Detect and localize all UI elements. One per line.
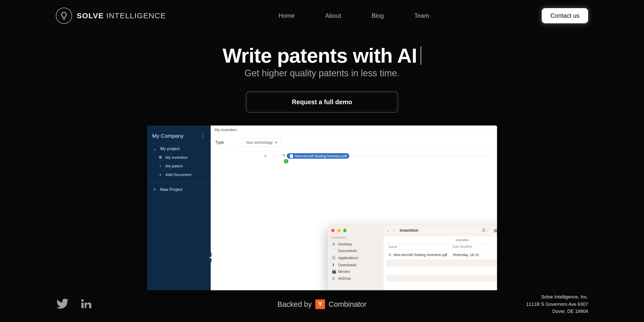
breadcrumb: My invention [211,126,497,134]
add-indicator-icon: + [284,159,288,164]
type-select[interactable]: Your technology [242,138,280,147]
type-row: Type Your technology [211,134,497,151]
finder-toolbar: ‹ › invention ☰⌄ ▦⌄ ⇪ ◯ » 🔍 [384,225,497,236]
nav-blog[interactable]: Blog [372,12,384,19]
finder-sidebar: Favourites 🖥Desktop 📄Documents ⒶApplicat… [328,225,384,290]
backed-label: Backed by [277,300,312,309]
sort-asc-icon: ˄ [399,245,400,249]
empty-row [386,267,497,274]
hero-title: Write patents with AI [0,44,644,67]
combinator-label: Combinator [328,300,367,309]
file-date: Yesterday, 18:10 [453,253,497,257]
fav-label: Applications [338,256,358,260]
hero-subtitle: Get higher quality patents in less time. [0,68,644,79]
type-label: Type [215,140,224,145]
company-name: My Company [152,133,184,139]
list-view-icon[interactable]: ☰⌄ [482,228,488,233]
empty-row [386,275,497,282]
airdrop-icon: ◎ [332,276,336,280]
fav-label: Downloads [338,263,357,267]
favourites-label: Favourites [328,235,384,241]
sidebar-item-add-document[interactable]: + Add Document [147,170,211,179]
bulb-icon [56,8,72,24]
nav-home[interactable]: Home [278,12,295,19]
col-date[interactable]: Date Modified [453,245,497,249]
window-traffic-lights[interactable] [328,227,384,235]
brand-text: SOLVE INTELLIGENCE [77,11,166,20]
finder-path: invention + [384,236,497,244]
fav-movies[interactable]: 🎬Movies [328,268,384,275]
site-footer: Backed by Y Combinator Solve Intelligenc… [0,289,644,322]
fav-desktop[interactable]: 🖥Desktop [328,241,384,247]
sidebar-item-patent[interactable]: ♀ My patent [147,162,211,170]
fav-label: Documents [338,249,357,253]
sidebar-item-label: Add Document [166,172,192,177]
contact-button[interactable]: Contact us [542,8,588,23]
sidebar-item-invention[interactable]: ⚙ My invention [147,153,211,162]
pdf-icon: ⧉ [389,253,391,257]
fav-airdrop[interactable]: ◎AirDrop [328,275,384,282]
hero: Write patents with AI Get higher quality… [0,44,644,113]
app-main: My invention Type Your technology + 📄 Ne… [211,126,497,290]
back-icon[interactable]: ‹ [387,228,389,233]
sidebar-item-label: My patent [166,164,183,168]
twitter-icon[interactable] [56,297,69,311]
finder-row[interactable]: ⧉ New Aircraft Seating Invention.pdf Yes… [384,250,497,259]
product-screenshot: My Company ⋮ ⌄ My project ⚙ My invention… [147,126,497,290]
fav-downloads[interactable]: ⬇Downloads [328,262,384,268]
dragged-file-chip: 📄 New Aircraft Seating Invention.pdf [287,153,349,159]
sidebar-item-label: My project [160,146,180,151]
col-name[interactable]: Name˄ [389,245,453,249]
sidebar-collapse-handle[interactable]: ◀ [209,252,211,262]
plus-icon: + [153,187,156,192]
zoom-icon[interactable] [343,229,347,232]
movies-icon: 🎬 [332,270,336,274]
kebab-icon[interactable]: ⋮ [200,133,206,139]
sidebar-item-label: My invention [166,155,188,160]
backed-by: Backed by Y Combinator [277,299,367,309]
nav-team[interactable]: Team [414,12,429,19]
typing-cursor [420,46,421,65]
pdf-icon: 📄 [289,154,294,158]
finder-window: Favourites 🖥Desktop 📄Documents ⒶApplicat… [327,224,497,290]
gear-icon: ⚙ [158,155,162,160]
minimize-icon[interactable] [337,229,341,232]
sidebar-item-label: New Project [160,187,183,192]
applications-icon: Ⓐ [332,256,336,260]
sidebar-item-new-project[interactable]: + New Project [147,182,211,194]
finder-main: ‹ › invention ☰⌄ ▦⌄ ⇪ ◯ » 🔍 inven [384,225,497,290]
finder-columns: Name˄ Date Modified Kind [384,244,497,250]
fav-label: AirDrop [338,276,351,280]
chevron-down-icon: ⌄ [153,147,156,151]
fav-documents[interactable]: 📄Documents [328,247,384,254]
social-links [56,297,92,311]
plus-icon: + [158,172,162,177]
brand-logo[interactable]: SOLVE INTELLIGENCE [56,8,166,24]
desktop-icon: 🖥 [332,242,336,246]
sidebar-item-project[interactable]: ⌄ My project [147,144,211,153]
bulb-small-icon: ♀ [158,164,162,168]
documents-icon: 📄 [332,249,336,253]
file-name: New Aircraft Seating Invention.pdf [394,253,447,257]
nav-about[interactable]: About [325,12,341,19]
primary-nav: Home About Blog Team [278,12,429,19]
finder-title: invention [400,228,418,233]
app-sidebar: My Company ⋮ ⌄ My project ⚙ My invention… [147,126,211,290]
grid-view-icon[interactable]: ▦⌄ [494,228,497,233]
empty-row [386,259,497,266]
fav-label: Desktop [338,242,352,246]
company-address: Solve Intelligence, Inc. 1111B S Governo… [526,293,588,315]
close-icon[interactable] [331,229,335,232]
fav-applications[interactable]: ⒶApplications [328,254,384,262]
forward-icon[interactable]: › [393,228,395,233]
fav-label: Movies [338,270,350,274]
linkedin-icon[interactable] [79,297,92,311]
file-chip-label: New Aircraft Seating Invention.pdf [295,154,347,158]
company-selector[interactable]: My Company ⋮ [147,133,211,144]
downloads-icon: ⬇ [332,263,336,267]
plus-icon[interactable]: + [264,153,267,159]
request-demo-button[interactable]: Request a full demo [246,91,399,113]
yc-badge-icon: Y [315,299,325,309]
drop-zone[interactable]: + 📄 New Aircraft Seating Invention.pdf + [272,156,492,157]
site-header: SOLVE INTELLIGENCE Home About Blog Team … [0,0,644,31]
